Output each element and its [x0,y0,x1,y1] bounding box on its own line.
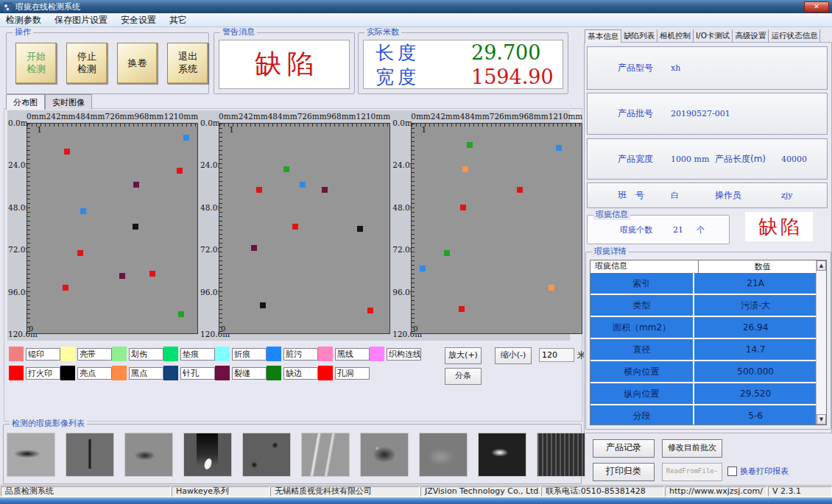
right-panel-tabs: 基本信息缺陷列表相机控制I/O卡测试高级设置运行状态信息 [585,29,831,43]
legend-color-swatch [267,366,281,380]
print-report-checkbox-label: 换卷打印报表 [740,466,789,477]
detail-row[interactable]: 索引21A [590,273,817,295]
menu-item-3[interactable]: 安全设置 [121,14,156,26]
detail-row-label: 分段 [590,405,694,425]
defect-thumbnail-2[interactable] [66,433,114,477]
defect-thumbnail-6[interactable] [301,433,350,477]
defect-point [63,285,68,291]
right-tab-1[interactable]: 基本信息 [585,29,621,43]
detail-row[interactable]: 面积（mm2）26.94 [590,317,817,339]
legend-label-box[interactable]: 辊印 [26,348,60,361]
exit-system-button-label: 退出系统 [178,51,197,76]
defect-point [119,273,125,279]
defect-thumbnail-1[interactable] [7,433,55,477]
legend-label-box[interactable]: 缺边 [283,367,318,380]
legend-item: 亮带 [60,347,112,361]
defect-point [549,285,554,291]
x-tick-label: 242mm [239,112,268,122]
legend-color-swatch [112,366,127,380]
print-class-button[interactable]: 打印归类 [593,463,655,481]
detail-table-rows: 索引21A类型污渍-大面积（mm2）26.94直径14.7横向位置500.000… [590,273,817,425]
zoom-in-button[interactable]: 放大(+) [445,347,482,364]
stop-detect-button[interactable]: 停止检测 [66,43,107,84]
close-button[interactable]: ✕ [804,1,829,13]
legend-label-box[interactable]: 孔洞 [335,367,370,380]
right-tab-3[interactable]: 相机控制 [658,29,694,43]
change-roll-button[interactable]: 换卷 [117,43,158,84]
zoom-out-button[interactable]: 缩小(-) [495,347,532,364]
warning-text: 缺陷 [249,46,320,82]
split-button[interactable]: 分条 [445,368,482,385]
exit-system-button[interactable]: 退出系统 [167,43,208,84]
legend-label-box[interactable]: 黑线 [335,348,370,361]
detail-row[interactable]: 类型污渍-大 [590,295,817,317]
detail-scroll-down-icon[interactable]: ▼ [817,414,826,425]
right-tab-6[interactable]: 运行状态信息 [769,29,820,43]
x-tick-label: 0mm [27,112,46,122]
distribution-plots: 0mm242mm484mm726mm968mm1210mm0.0m24.0m48… [7,110,570,341]
defect-detail-title: 瑕疵详情 [592,246,629,257]
product-batch-row: 产品批号 20190527-001 [587,93,828,135]
print-report-checkbox[interactable] [727,466,737,476]
plot-origin-label: 0 [221,324,225,333]
defect-thumbnail-5[interactable] [242,433,291,477]
application-window: 瑕疵在线检测系统 ✕ 检测参数保存图片设置安全设置其它 操作 开始检测停止检测换… [0,0,832,504]
detail-row[interactable]: 纵向位置29.520 [590,383,817,405]
detail-row-value: 污渍-大 [694,295,817,316]
detail-scroll-up-icon[interactable]: ▲ [817,260,826,271]
detail-row[interactable]: 直径14.7 [590,339,817,361]
detail-row[interactable]: 横向位置500.000 [590,361,817,383]
defect-thumbnail-3[interactable] [124,433,173,477]
legend-item: 黑线 [318,347,370,361]
legend-label-box[interactable]: 划伤 [129,348,163,361]
menu-item-2[interactable]: 保存图片设置 [54,14,107,26]
detail-row-value: 26.94 [694,317,817,338]
x-tick-label: 484mm [76,112,105,122]
defect-thumbnail-10[interactable] [537,433,585,477]
range-input[interactable] [539,348,574,362]
defect-thumbnail-4[interactable] [183,433,232,477]
legend-label-box[interactable]: 亮带 [77,348,112,361]
plot-panel-1: 0mm242mm484mm726mm968mm1210mm0.0m24.0m48… [7,110,200,341]
right-tab-5[interactable]: 高级设置 [733,29,769,43]
modify-batch-button[interactable]: 修改目前批次 [662,439,722,458]
x-tick-label: 968mm [519,112,549,122]
plot-corner-label: 1 [421,125,426,135]
product-record-button[interactable]: 产品记录 [593,439,655,458]
legend-row: 打火印亮点黑点针孔裂缝缺边孔洞 [9,363,423,383]
read-from-file-button[interactable]: ReadFromFile-SIM [662,463,722,481]
detail-table-scrollbar[interactable]: ▲ ▼ [816,260,826,425]
legend-label-box[interactable]: 裂缝 [232,367,267,380]
plot-corner-label: 1 [37,125,42,135]
legend-label-box[interactable]: 黑点 [129,367,163,380]
legend-label-box[interactable]: 针孔 [180,367,215,380]
detail-col-info: 瑕疵信息 [590,260,699,273]
detail-row[interactable]: 分段5-6 [590,405,817,425]
scatter-plot-1: 10 [27,123,198,334]
start-detect-button[interactable]: 开始检测 [15,43,57,84]
plot-origin-label: 0 [413,324,417,333]
right-tab-4[interactable]: I/O卡测试 [694,29,733,43]
legend-label-box[interactable]: 打火印 [26,367,60,380]
title-bar: 瑕疵在线检测系统 ✕ [0,0,832,13]
defect-thumbnail-9[interactable] [478,433,526,477]
legend-label-box[interactable]: 织构连线 [387,348,421,361]
legend-item: 织构连线 [370,347,421,361]
legend-item: 垫痕 [163,347,215,361]
menu-item-1[interactable]: 检测参数 [6,14,41,26]
product-size-row: 产品宽度 1000 mm 产品长度(m) 40000 [587,138,828,180]
defect-thumbnail-7[interactable] [360,433,409,477]
detail-row-label: 横向位置 [590,361,694,382]
legend-item: 折痕 [215,347,267,361]
legend-item: 划伤 [112,347,163,361]
legend-label-box[interactable]: 折痕 [232,348,267,361]
legend-item: 脏污 [267,347,318,361]
view-tab-1[interactable]: 分布图 [6,94,45,110]
legend-label-box[interactable]: 亮点 [77,367,112,380]
defect-thumbnail-8[interactable] [419,433,468,477]
view-tab-2[interactable]: 实时图像 [45,94,92,110]
legend-label-box[interactable]: 脏污 [283,348,318,361]
menu-item-4[interactable]: 其它 [169,14,187,26]
right-tab-2[interactable]: 缺陷列表 [621,29,658,43]
legend-label-box[interactable]: 垫痕 [180,348,215,361]
